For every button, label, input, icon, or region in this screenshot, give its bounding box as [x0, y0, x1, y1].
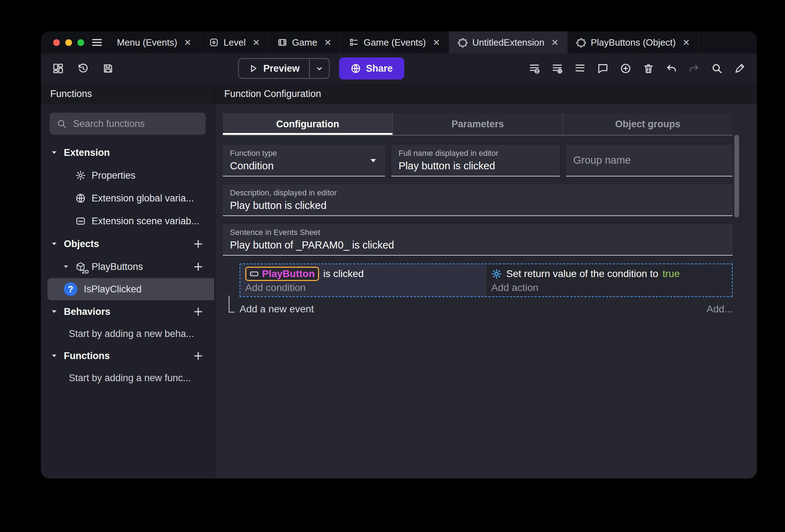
tab-close-icon[interactable]: ✕ [551, 38, 559, 47]
preview-label: Preview [263, 63, 299, 74]
group-name-input[interactable] [573, 154, 725, 166]
tab-object-groups[interactable]: Object groups [563, 113, 733, 135]
undo-icon[interactable] [666, 63, 677, 74]
tab-level[interactable]: Level ✕ [200, 31, 269, 53]
list-minus-icon[interactable] [529, 63, 540, 74]
tab-playbuttons-object[interactable]: PlayButtons (Object) ✕ [568, 31, 699, 53]
button-object-icon [250, 269, 259, 278]
function-configuration-panel: Function Configuration Configuration Par… [215, 83, 757, 479]
close-window-button[interactable] [53, 39, 60, 46]
list-zigzag-icon[interactable] [574, 63, 586, 74]
add-object-button[interactable] [193, 239, 204, 249]
action-line[interactable]: Set return value of the condition to tru… [491, 266, 727, 281]
cube-2d-icon: 2D [75, 261, 86, 272]
tab-close-icon[interactable]: ✕ [433, 38, 440, 47]
section-objects[interactable]: Objects [41, 232, 214, 255]
config-tab-bar: Configuration Parameters Object groups [223, 113, 733, 135]
add-condition-link[interactable]: Add condition [245, 282, 481, 293]
tab-label: Game [292, 37, 317, 48]
function-type-value: Condition [230, 160, 378, 172]
event-row[interactable]: PlayButton is clicked Add condition [240, 264, 733, 297]
add-more-link[interactable]: Add... [707, 303, 733, 315]
save-icon[interactable] [102, 63, 114, 74]
section-behaviors[interactable]: Behaviors [41, 300, 214, 323]
tab-untitled-extension[interactable]: UntitledExtension ✕ [449, 31, 568, 53]
gear-icon [491, 268, 502, 279]
tree-item-extension-global-variables[interactable]: Extension global varia... [41, 187, 214, 210]
group-name-field [566, 145, 733, 177]
tree-item-isplayclicked[interactable]: ? IsPlayClicked [47, 278, 214, 300]
tab-close-icon[interactable]: ✕ [184, 38, 191, 47]
add-object-function-button[interactable] [193, 261, 204, 272]
trash-icon[interactable] [643, 63, 654, 74]
tree-item-extension-scene-variables[interactable]: Extension scene variab... [41, 210, 214, 232]
tree-item-playbuttons[interactable]: 2D PlayButtons [41, 255, 214, 278]
play-icon [248, 63, 258, 73]
project-manager-icon[interactable] [52, 63, 64, 74]
object-chip[interactable]: PlayButton [245, 267, 319, 281]
tab-game-events[interactable]: Game (Events) ✕ [340, 31, 449, 53]
main-toolbar: Preview Share [41, 53, 757, 83]
object-name: PlayButton [262, 268, 315, 280]
preview-button[interactable]: Preview [239, 59, 309, 78]
scrollbar[interactable] [734, 135, 739, 218]
sidebar-header: Functions [41, 83, 214, 104]
tab-configuration[interactable]: Configuration [223, 113, 393, 135]
functions-sidebar: Functions Extension [41, 83, 215, 479]
add-behavior-button[interactable] [193, 306, 204, 317]
condition-text: is clicked [323, 268, 364, 280]
add-action-link[interactable]: Add action [491, 282, 727, 293]
traffic-lights [41, 31, 89, 53]
redo-icon[interactable] [688, 63, 700, 74]
share-label: Share [366, 63, 393, 74]
tab-game[interactable]: Game ✕ [269, 31, 340, 53]
events-sheet: PlayButton is clicked Add condition [223, 264, 733, 315]
tree-item-label: Properties [92, 170, 135, 181]
field-label: Description, displayed in editor [230, 188, 725, 198]
tab-label: Level [224, 37, 246, 48]
tab-label: PlayButtons (Object) [591, 37, 676, 48]
search-icon[interactable] [711, 63, 723, 74]
function-type-select[interactable]: Function type Condition [223, 145, 385, 177]
sentence-input[interactable] [230, 239, 725, 251]
menu-icon[interactable] [89, 31, 108, 53]
chevron-down-icon [50, 352, 58, 360]
description-input[interactable] [230, 200, 725, 211]
sentence-field: Sentence in Events Sheet [223, 224, 733, 256]
condition-line[interactable]: PlayButton is clicked [245, 266, 481, 281]
tab-close-icon[interactable]: ✕ [682, 38, 690, 47]
add-new-event-link[interactable]: Add a new event [240, 303, 314, 315]
history-icon[interactable] [77, 63, 89, 74]
field-label: Full name displayed in editor [399, 149, 553, 158]
add-function-button[interactable] [193, 351, 204, 361]
full-name-input[interactable] [399, 160, 553, 172]
list-plus-icon[interactable] [551, 63, 563, 74]
extension-tree: Extension Properties Extension global va… [41, 141, 214, 389]
page-title: Function Configuration [224, 88, 321, 99]
zoom-window-button[interactable] [77, 39, 84, 46]
tree-item-label: IsPlayClicked [84, 284, 142, 295]
tab-parameters[interactable]: Parameters [393, 113, 563, 135]
tree-item-label: Extension global varia... [92, 193, 194, 204]
tab-close-icon[interactable]: ✕ [252, 38, 260, 47]
section-extension[interactable]: Extension [41, 141, 214, 164]
comment-icon[interactable] [597, 63, 609, 74]
chevron-down-icon [62, 263, 70, 270]
tab-close-icon[interactable]: ✕ [324, 38, 332, 47]
actions-column: Set return value of the condition to tru… [486, 264, 732, 296]
sidebar-title: Functions [50, 88, 92, 99]
sub-event-marker [229, 296, 235, 313]
add-circle-icon[interactable] [620, 63, 631, 74]
tree-item-properties[interactable]: Properties [41, 164, 214, 187]
minimize-window-button[interactable] [65, 39, 72, 46]
tab-menu-events[interactable]: Menu (Events) ✕ [108, 31, 200, 53]
tab-label: UntitledExtension [472, 37, 544, 48]
search-functions-input[interactable] [72, 118, 200, 130]
preview-dropdown-button[interactable] [309, 59, 329, 78]
section-functions[interactable]: Functions [41, 344, 214, 367]
tree-item-label: PlayButtons [92, 261, 143, 272]
share-button[interactable]: Share [339, 57, 404, 80]
magic-wand-icon[interactable] [734, 63, 745, 74]
main-header: Function Configuration [215, 83, 757, 104]
full-name-field: Full name displayed in editor [391, 145, 560, 177]
